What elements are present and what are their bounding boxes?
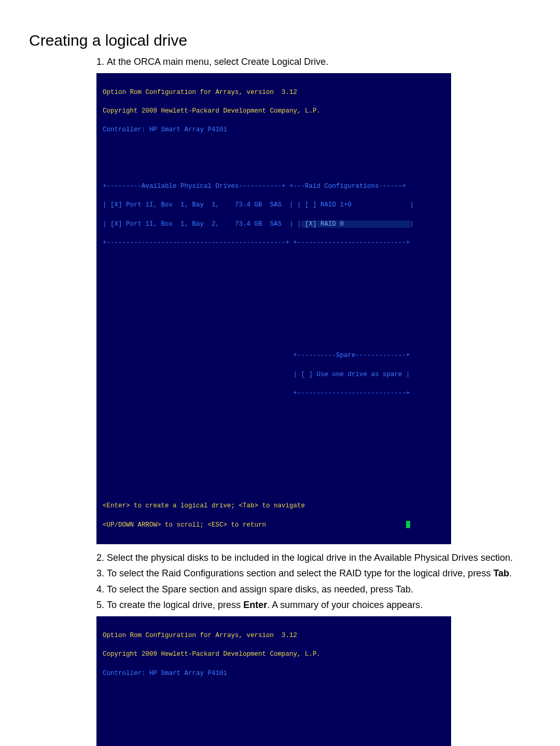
- step-3: To select the Raid Configurations sectio…: [107, 567, 531, 579]
- step-1: At the ORCA main menu, select Create Log…: [107, 56, 531, 68]
- steps-list-2: Select the physical disks to be included…: [29, 551, 531, 611]
- heading-creating-logical-drive: Creating a logical drive: [29, 30, 531, 51]
- raid-0-selected: [X] RAID 0: [301, 220, 410, 228]
- step-2: Select the physical disks to be included…: [107, 551, 531, 564]
- terminal-screenshot-2: Option Rom Configuration for Arrays, ver…: [96, 616, 451, 746]
- step-4: To select the Spare section and assign s…: [107, 583, 531, 596]
- cursor-icon: [406, 521, 410, 528]
- step-5: To create the logical drive, press Enter…: [107, 599, 531, 611]
- terminal-screenshot-1: Option Rom Configuration for Arrays, ver…: [96, 73, 451, 544]
- steps-list-1: At the ORCA main menu, select Create Log…: [29, 56, 531, 68]
